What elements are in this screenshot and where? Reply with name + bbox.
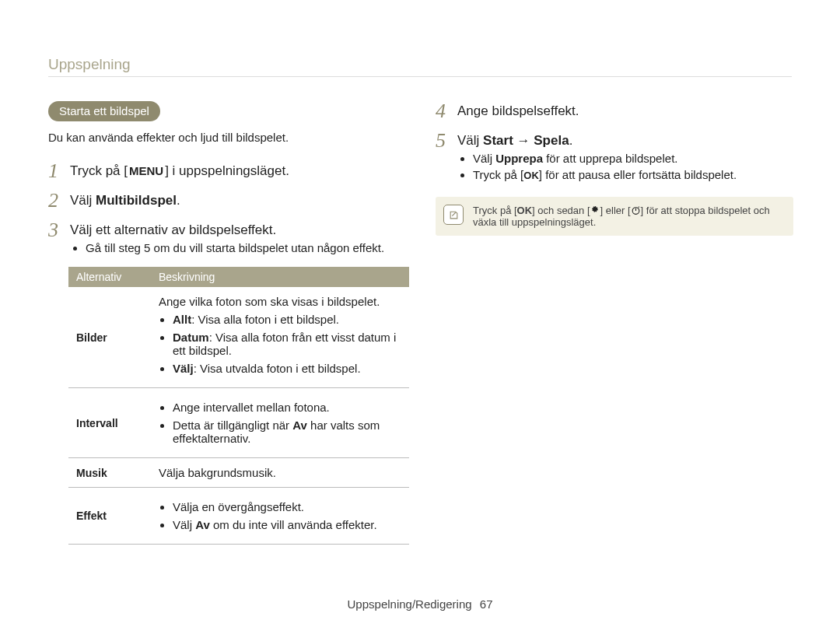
bold-term: Upprepa [495,152,543,165]
step-2: 2 Välj Multibildspel. [48,191,408,211]
text: Tryck på [ [473,205,517,216]
list-item: Ange intervallet mellan fotona. [173,401,401,414]
row-desc: Ange intervallet mellan fotona. Detta är… [151,388,409,458]
bold-term: Start [483,133,513,148]
timer-icon [631,205,641,215]
text: för att upprepa bildspelet. [543,152,677,165]
list-item: Datum: Visa alla foton från ett visst da… [173,331,401,357]
table-row: Intervall Ange intervallet mellan fotona… [68,388,409,458]
step-4: 4 Ange bildspelseffekt. [436,101,793,121]
text: ] för att pausa eller fortsätta bildspel… [539,168,737,181]
table-row: Musik Välja bakgrundsmusik. [68,458,409,488]
bold-term: Av [195,518,210,531]
bold-term: Multibildspel [96,193,177,208]
text: : Visa alla foton i ett bildspel. [191,313,339,326]
th-alternativ: Alternativ [68,267,151,287]
text: Ange vilka foton som ska visas i bildspe… [159,295,401,308]
step-number: 2 [48,191,70,211]
step-number: 4 [436,101,457,121]
list-item: Välj Av om du inte vill använda effekter… [173,518,401,531]
row-label: Bilder [68,287,151,388]
th-beskrivning: Beskrivning [151,267,409,287]
row-desc: Ange vilka foton som ska visas i bildspe… [151,287,409,388]
text: ] i uppspelningsläget. [165,163,289,178]
page-number: 67 [480,597,493,611]
left-column: Starta ett bildspel Du kan använda effek… [48,101,408,545]
options-table: Alternativ Beskrivning Bilder Ange vilka… [68,267,409,545]
text: ] och sedan [ [532,205,590,216]
row-label: Effekt [68,488,151,545]
right-column: 4 Ange bildspelseffekt. 5 Välj Start → S… [436,101,793,236]
list-item: Detta är tillgängligt när Av har valts s… [173,419,401,445]
ok-button-glyph: OK [517,205,533,216]
note-icon [443,205,464,225]
text: ] eller [ [600,205,631,216]
menu-button-glyph: MENU [128,163,165,178]
text: om du inte vill använda effekter. [210,518,377,531]
arrow-glyph: → [517,133,530,148]
text: Tryck på [ [473,168,523,181]
table-row: Effekt Välja en övergångseffekt. Välj Av… [68,488,409,545]
step-1: 1 Tryck på [MENU] i uppspelningsläget. [48,161,408,181]
section-header: Uppspelning [48,56,131,73]
step-number: 5 [436,131,457,151]
flower-icon [590,205,600,215]
note-box: Tryck på [OK] och sedan [] eller [] för … [436,197,793,236]
text: . [569,133,573,148]
step-text: Ange bildspelseffekt. [457,101,793,119]
page-footer: Uppspelning/Redigering 67 [0,597,840,611]
bold-term: Spela [534,133,569,148]
text: Välj ett alternativ av bildspelseffekt. [70,222,408,238]
step-number: 3 [48,220,70,240]
text: : Visa utvalda foton i ett bildspel. [194,362,361,375]
step-5: 5 Välj Start → Spela. Välj Upprepa för a… [436,131,793,184]
bold-term: Av [292,419,307,432]
intro-text: Du kan använda effekter och ljud till bi… [48,131,408,144]
sub-bullet: Tryck på [OK] för att pausa eller fortsä… [473,168,793,181]
list-item: Välj: Visa utvalda foton i ett bildspel. [173,362,401,375]
text: Välj [473,152,495,165]
list-item: Allt: Visa alla foton i ett bildspel. [173,313,401,326]
row-desc: Välja en övergångseffekt. Välj Av om du … [151,488,409,545]
text: Välj [457,133,483,148]
text: Välj [173,518,195,531]
ok-button-glyph: OK [523,170,539,181]
step-number: 1 [48,161,70,181]
row-desc: Välja bakgrundsmusik. [151,458,409,488]
text: Välj [70,193,96,208]
step-text: Välj ett alternativ av bildspelseffekt. … [70,220,408,257]
step-text: Tryck på [MENU] i uppspelningsläget. [70,161,408,179]
table-row: Bilder Ange vilka foton som ska visas i … [68,287,409,388]
step-text: Välj Multibildspel. [70,191,408,208]
step-3: 3 Välj ett alternativ av bildspelseffekt… [48,220,408,257]
text: . [177,193,180,208]
footer-section: Uppspelning/Redigering [348,597,472,611]
sub-bullet: Gå till steg 5 om du vill starta bildspe… [86,241,408,254]
text: Detta är tillgängligt när [173,419,292,432]
row-label: Musik [68,458,151,488]
sub-bullet: Välj Upprepa för att upprepa bildspelet. [473,152,793,165]
bold-term: Välj [173,362,194,375]
topic-pill: Starta ett bildspel [48,101,160,121]
note-text: Tryck på [OK] och sedan [] eller [] för … [473,205,782,228]
step-text: Välj Start → Spela. Välj Upprepa för att… [457,131,793,184]
bold-term: Allt [173,313,191,326]
row-label: Intervall [68,388,151,458]
header-divider [48,76,792,77]
bold-term: Datum [173,331,209,344]
list-item: Välja en övergångseffekt. [173,500,401,513]
text: Tryck på [ [70,163,128,178]
